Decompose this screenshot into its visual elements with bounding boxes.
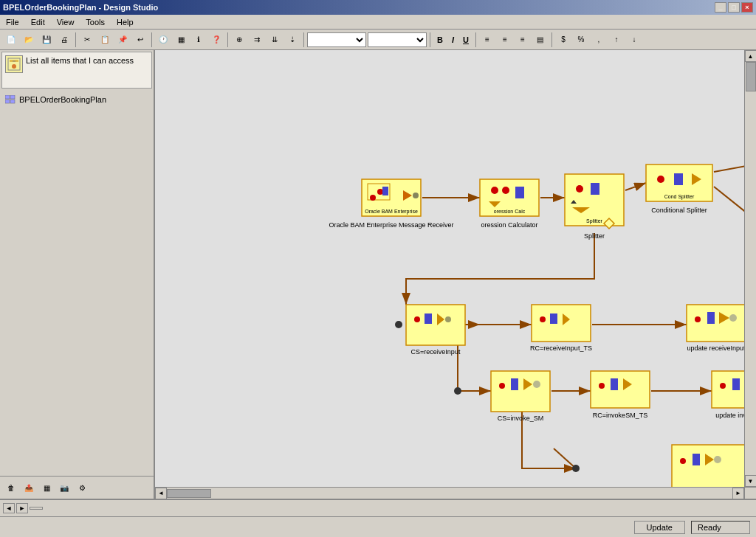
svg-rect-71 (550, 313, 557, 324)
left-panel: List all items that I can access BPELOrd… (0, 50, 155, 499)
nav-left-button[interactable]: ◄ (3, 503, 15, 513)
node-n4: Cond Splitter (646, 164, 712, 201)
grid-button[interactable]: ▦ (173, 32, 189, 48)
settings-button[interactable]: ⚙ (74, 479, 90, 496)
node-n13 (672, 445, 744, 487)
nav-right-button[interactable]: ► (16, 503, 28, 513)
svg-text:CS=invoke_SM: CS=invoke_SM (498, 415, 543, 422)
svg-rect-34 (515, 187, 524, 198)
align-right-button[interactable]: ≡ (515, 32, 531, 48)
svg-point-25 (377, 189, 383, 195)
svg-text:update receiveInput: update receiveInput (687, 344, 744, 352)
camera-button[interactable]: 📷 (56, 479, 72, 496)
scroll-right-button[interactable]: ► (732, 488, 744, 499)
align-justify-button[interactable]: ▤ (532, 32, 549, 48)
seq-button[interactable]: ⇉ (249, 32, 265, 48)
menu-help[interactable]: Help (114, 16, 137, 28)
font-combo[interactable] (307, 32, 366, 47)
scroll-up-button[interactable]: ▲ (745, 50, 757, 62)
menu-view[interactable]: View (54, 16, 78, 28)
align-left-button[interactable]: ≡ (479, 32, 495, 48)
svg-rect-7 (155, 50, 744, 487)
info-button[interactable]: ℹ (190, 32, 207, 48)
delete-button[interactable]: 🗑 (3, 479, 19, 496)
svg-rect-80 (491, 371, 550, 412)
decimal-dec-button[interactable]: ↓ (626, 32, 642, 48)
print-button[interactable]: 🖨 (56, 32, 72, 48)
undo-button[interactable]: ↩ (132, 32, 148, 48)
size-combo[interactable] (368, 32, 427, 47)
cut-button[interactable]: ✂ (79, 32, 95, 48)
minimize-button[interactable]: _ (715, 2, 726, 13)
split-button[interactable]: ⇣ (284, 32, 300, 48)
toolbar-sep-7 (551, 32, 552, 47)
svg-point-84 (533, 381, 540, 388)
percent-button[interactable]: % (573, 32, 589, 48)
svg-rect-6 (10, 100, 15, 103)
par-button[interactable]: ⇊ (267, 32, 283, 48)
vertical-scrollbar[interactable]: ▲ ▼ (744, 50, 756, 487)
status-text: Ready (691, 521, 750, 534)
left-panel-header: List all items that I can access (1, 52, 152, 89)
canvas-area[interactable]: Oracle BAM Enterprise Oracle BAM Enterpr… (155, 50, 756, 499)
menu-tools[interactable]: Tools (83, 16, 108, 28)
svg-point-28 (413, 193, 419, 198)
svg-rect-69 (532, 305, 591, 342)
toolbar-sep-5 (430, 32, 430, 47)
currency-button[interactable]: $ (555, 32, 571, 48)
left-bottom-toolbar: 🗑 📤 ▦ 📷 ⚙ (0, 476, 154, 499)
scroll-thumb-h[interactable] (167, 489, 211, 498)
scroll-thumb-v[interactable] (746, 62, 756, 91)
svg-point-102 (714, 456, 721, 463)
scroll-down-button[interactable]: ▼ (745, 475, 757, 487)
node-n3: Splitter (565, 174, 624, 226)
menu-edit[interactable]: Edit (28, 16, 48, 28)
scroll-track-v[interactable] (746, 62, 756, 475)
export-button[interactable]: 📤 (21, 479, 37, 496)
svg-point-39 (576, 185, 583, 193)
panel-icon (5, 55, 23, 73)
scroll-left-button[interactable]: ◄ (155, 488, 167, 499)
svg-text:Conditional Splitter: Conditional Splitter (651, 207, 707, 214)
save-button[interactable]: 💾 (38, 32, 55, 48)
maximize-button[interactable]: □ (728, 2, 740, 13)
svg-text:oression Calculator: oression Calculator (481, 221, 537, 229)
node-n9 (687, 305, 744, 342)
title-bar-controls: _ □ × (715, 2, 753, 13)
tree-area: BPELOrderBookingPlan (0, 90, 154, 476)
svg-rect-5 (5, 100, 10, 103)
svg-text:CS=receiveInput: CS=receiveInput (411, 348, 461, 356)
comma-button[interactable]: , (591, 32, 607, 48)
svg-point-2 (12, 64, 16, 69)
italic-button[interactable]: I (448, 33, 458, 46)
horizontal-scrollbar[interactable]: ◄ ► (155, 487, 744, 499)
toolbar-sep-6 (475, 32, 476, 47)
new-button[interactable]: 📄 (3, 32, 19, 48)
underline-button[interactable]: U (459, 33, 472, 46)
diagram-svg: Oracle BAM Enterprise Oracle BAM Enterpr… (155, 50, 744, 487)
tree-item-bpel[interactable]: BPELOrderBookingPlan (3, 93, 151, 106)
svg-text:oression Calc: oression Calc (494, 209, 526, 214)
flow-button[interactable]: ⊕ (231, 32, 247, 48)
svg-point-87 (599, 383, 605, 389)
tree-icon-grid (4, 94, 16, 105)
scroll-track-h[interactable] (167, 488, 732, 499)
help-button[interactable]: ❓ (208, 32, 224, 48)
toolbar-sep-3 (227, 32, 228, 47)
bottom-panel: ◄ ► (0, 499, 756, 516)
align-center-button[interactable]: ≡ (497, 32, 513, 48)
clock-button[interactable]: 🕐 (155, 32, 171, 48)
nav-tab-1[interactable] (30, 507, 43, 510)
table-button[interactable]: ▦ (38, 479, 55, 496)
svg-text:Splitter: Splitter (586, 218, 602, 224)
bold-button[interactable]: B (433, 33, 447, 46)
decimal-inc-button[interactable]: ↑ (608, 32, 625, 48)
copy-button[interactable]: 📋 (97, 32, 113, 48)
close-button[interactable]: × (741, 2, 753, 13)
open-button[interactable]: 📂 (21, 32, 37, 48)
svg-point-15 (395, 321, 402, 328)
update-button[interactable]: Update (634, 521, 685, 534)
paste-button[interactable]: 📌 (114, 32, 131, 48)
toolbar-sep-1 (75, 32, 76, 47)
menu-file[interactable]: File (3, 16, 22, 28)
